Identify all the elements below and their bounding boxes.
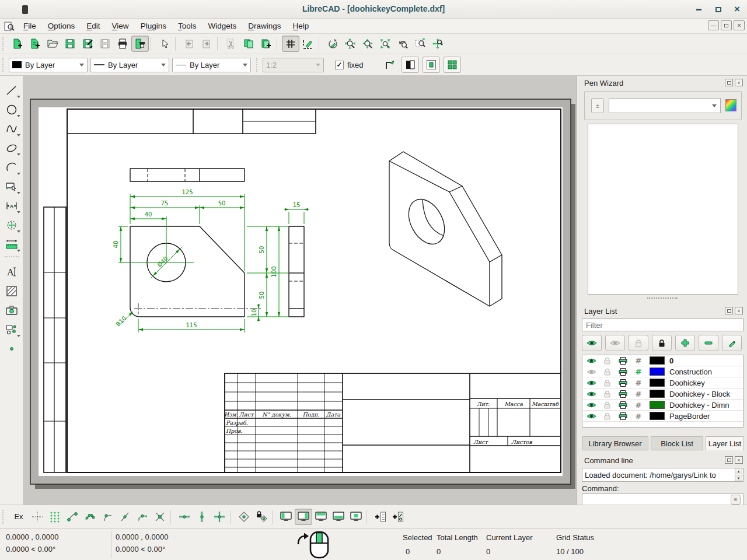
- zoom-previous-button[interactable]: [394, 36, 411, 52]
- layer-visibility-toggle[interactable]: [583, 380, 599, 386]
- new-drawing-button[interactable]: [9, 36, 26, 52]
- layer-color-swatch[interactable]: [650, 379, 665, 387]
- dock-top-button[interactable]: [312, 509, 330, 525]
- layer-construction-toggle[interactable]: #: [631, 401, 646, 410]
- layer-lock-toggle[interactable]: [599, 401, 615, 409]
- layer-visibility-toggle[interactable]: [583, 369, 599, 375]
- menu-edit[interactable]: Edit: [81, 20, 106, 32]
- circle-tool-button[interactable]: [1, 100, 22, 119]
- print-preview-button[interactable]: [131, 36, 149, 52]
- layer-construction-toggle[interactable]: #: [631, 368, 646, 376]
- restrict-vertical-button[interactable]: [193, 509, 211, 525]
- snap-middle-button[interactable]: [116, 509, 134, 525]
- block-tool-button[interactable]: [1, 320, 22, 339]
- ellipse-tool-button[interactable]: [1, 138, 22, 158]
- layer-name[interactable]: 0: [667, 356, 673, 365]
- add-command-widget-button[interactable]: [372, 509, 389, 525]
- layer-lock-toggle[interactable]: [599, 379, 615, 387]
- save-as-button[interactable]: [79, 36, 96, 52]
- maximize-button[interactable]: [711, 4, 726, 15]
- print-button[interactable]: [114, 36, 131, 52]
- layer-row[interactable]: #PageBorder: [583, 411, 743, 422]
- paste-button[interactable]: [257, 36, 275, 52]
- toolbar-grip[interactable]: [2, 37, 7, 51]
- pen-wizard-list[interactable]: [588, 124, 738, 295]
- dock-left-button[interactable]: [277, 509, 295, 525]
- layer-visibility-toggle[interactable]: [583, 413, 599, 419]
- arc-tool-button[interactable]: [1, 158, 22, 177]
- layer-print-toggle[interactable]: [615, 368, 631, 376]
- lock-all-layers-button[interactable]: [652, 335, 672, 351]
- dimension-tool-button[interactable]: A: [1, 196, 22, 215]
- remove-layer-button[interactable]: [699, 335, 718, 351]
- snap-intersection-button[interactable]: [151, 509, 169, 525]
- layer-construction-toggle[interactable]: #: [631, 390, 646, 398]
- toolbar-grip[interactable]: [256, 58, 261, 72]
- edit-layer-button[interactable]: [722, 335, 742, 351]
- ortho-pencil-button[interactable]: [299, 36, 317, 52]
- snap-grid-button[interactable]: [46, 509, 64, 525]
- layer-name[interactable]: Doohickey - Block: [667, 390, 730, 398]
- layer-list-float-button[interactable]: [725, 307, 733, 314]
- layer-row[interactable]: #0: [583, 355, 743, 366]
- pen-width-combo[interactable]: By Layer: [90, 58, 169, 72]
- layer-visibility-toggle[interactable]: [583, 358, 599, 364]
- toolbar-grip[interactable]: [2, 58, 7, 72]
- tile-views-button[interactable]: [444, 57, 461, 73]
- menu-options[interactable]: Options: [42, 20, 81, 32]
- menu-widgets[interactable]: Widgets: [202, 20, 242, 32]
- restrict-horizontal-button[interactable]: [176, 509, 193, 525]
- mdi-close-button[interactable]: ×: [734, 20, 745, 30]
- dock-splitter[interactable]: [647, 298, 678, 299]
- export-button[interactable]: [96, 36, 114, 52]
- layer-filter-input[interactable]: [582, 318, 743, 331]
- layer-visibility-toggle[interactable]: [583, 391, 599, 397]
- snap-free-button[interactable]: [29, 509, 46, 525]
- layer-color-swatch[interactable]: [650, 356, 665, 365]
- menu-file[interactable]: File: [18, 20, 42, 32]
- mdi-minimize-button[interactable]: —: [708, 20, 719, 30]
- menu-tools[interactable]: Tools: [172, 20, 203, 32]
- layer-color-swatch[interactable]: [650, 401, 665, 409]
- layer-lock-toggle[interactable]: [599, 390, 615, 398]
- layer-row[interactable]: #Construction: [583, 366, 743, 377]
- add-layer-button[interactable]: [675, 335, 695, 351]
- zoom-in-button[interactable]: [341, 36, 359, 52]
- undo-button[interactable]: [180, 36, 198, 52]
- layer-visibility-toggle[interactable]: [583, 402, 599, 408]
- zoom-window-button[interactable]: [411, 36, 429, 52]
- toolbar-grip[interactable]: [2, 510, 7, 524]
- show-all-layers-button[interactable]: [582, 335, 602, 351]
- new-from-template-button[interactable]: [26, 36, 44, 52]
- layer-print-toggle[interactable]: [615, 401, 631, 409]
- snap-on-entity-button[interactable]: [81, 509, 99, 525]
- spline-tool-button[interactable]: [1, 119, 22, 138]
- cut-button[interactable]: [222, 36, 240, 52]
- drawing-canvas[interactable]: Изм. Лист N° докум. Подп. Дата Разраб. П…: [23, 76, 577, 505]
- layer-print-toggle[interactable]: [615, 357, 631, 365]
- set-relative-zero-button[interactable]: [235, 509, 253, 525]
- menu-drawings[interactable]: Drawings: [242, 20, 287, 32]
- zoom-out-button[interactable]: [359, 36, 376, 52]
- snap-center-button[interactable]: [99, 509, 116, 525]
- unlock-all-layers-button[interactable]: [629, 335, 648, 351]
- layer-lock-toggle[interactable]: [599, 412, 615, 420]
- zoom-auto-button[interactable]: [376, 36, 394, 52]
- history-scroll-down-button[interactable]: ▼: [735, 475, 742, 481]
- hatch-tool-button[interactable]: [1, 281, 22, 300]
- layer-list-close-button[interactable]: ×: [735, 307, 743, 314]
- command-history[interactable]: Loaded document: /home/garys/Link to: [582, 468, 743, 482]
- layer-print-toggle[interactable]: [615, 390, 631, 398]
- layer-print-toggle[interactable]: [615, 412, 631, 420]
- pen-wizard-color-button[interactable]: [725, 99, 736, 111]
- exclusive-snap-button[interactable]: Ex: [9, 509, 29, 525]
- command-line-close-button[interactable]: ×: [735, 456, 743, 464]
- tab-layer-list[interactable]: Layer List: [706, 436, 744, 450]
- zoom-pan-button[interactable]: [429, 36, 446, 52]
- close-button[interactable]: ×: [729, 4, 745, 15]
- pen-wizard-close-button[interactable]: ×: [735, 79, 743, 86]
- history-scroll-up-button[interactable]: ▲: [735, 468, 742, 474]
- layer-construction-toggle[interactable]: #: [631, 412, 646, 421]
- minimize-button[interactable]: [691, 4, 706, 15]
- copy-button[interactable]: [240, 36, 257, 52]
